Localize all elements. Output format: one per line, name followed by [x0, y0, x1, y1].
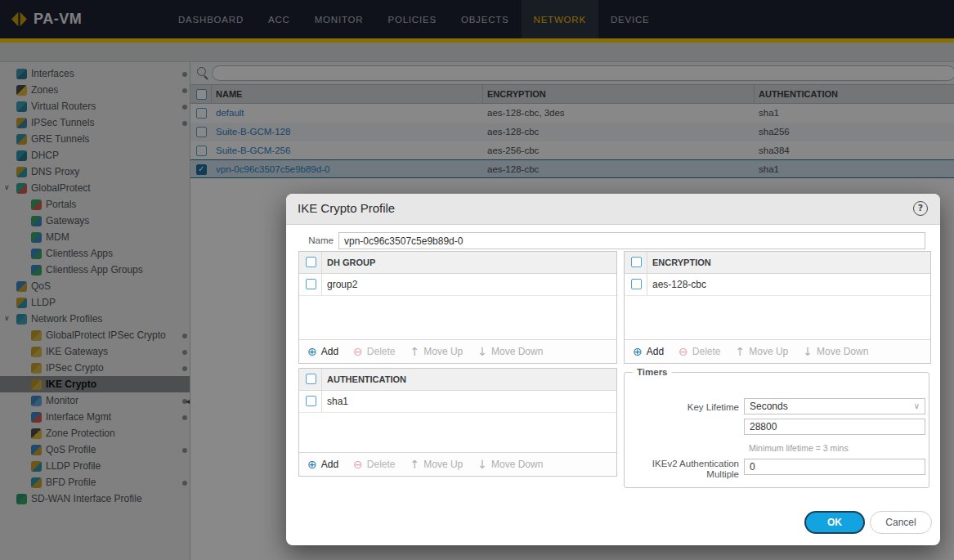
- encryption-header: ENCRYPTION: [625, 252, 930, 274]
- item-checkbox[interactable]: [306, 396, 316, 406]
- delete-icon: ⊖: [679, 346, 688, 357]
- name-label: Name: [286, 235, 334, 245]
- add-button[interactable]: ⊕Add: [307, 459, 338, 470]
- dh-group-panel: DH GROUPgroup2⊕Add⊖Delete↑Move Up↓Move D…: [298, 251, 617, 364]
- dh-group-actions: ⊕Add⊖Delete↑Move Up↓Move Down: [299, 339, 616, 363]
- move-up-button[interactable]: ↑Move Up: [410, 346, 464, 357]
- move-up-icon: ↑: [736, 346, 746, 357]
- key-lifetime-value-input[interactable]: [744, 419, 925, 435]
- dialog-header: IKE Crypto Profile ?: [286, 194, 940, 225]
- add-icon: ⊕: [307, 346, 317, 357]
- ok-button[interactable]: OK: [804, 511, 865, 534]
- timers-legend: Timers: [633, 367, 672, 377]
- panel-select-all-checkbox[interactable]: [631, 257, 642, 267]
- cancel-button[interactable]: Cancel: [870, 511, 932, 534]
- move-down-icon: ↓: [477, 459, 487, 470]
- move-down-button[interactable]: ↓Move Down: [803, 346, 868, 357]
- encryption-panel: ENCRYPTIONaes-128-cbc⊕Add⊖Delete↑Move Up…: [624, 251, 931, 364]
- panel-select-all-checkbox[interactable]: [306, 374, 316, 384]
- help-icon[interactable]: ?: [913, 201, 928, 216]
- move-down-button[interactable]: ↓Move Down: [477, 459, 543, 470]
- timers-group: Timers Key Lifetime Seconds ∨ Minimum li…: [624, 367, 929, 488]
- key-lifetime-unit-value: Seconds: [750, 401, 788, 412]
- item-checkbox[interactable]: [631, 279, 642, 289]
- authentication-panel: AUTHENTICATIONsha1⊕Add⊖Delete↑Move Up↓Mo…: [298, 368, 617, 477]
- move-up-button[interactable]: ↑Move Up: [410, 459, 464, 470]
- key-lifetime-label: Key Lifetime: [629, 402, 739, 413]
- authentication-list: sha1: [299, 391, 616, 452]
- delete-button[interactable]: ⊖Delete: [353, 459, 395, 470]
- move-down-icon: ↓: [477, 346, 487, 357]
- move-up-button[interactable]: ↑Move Up: [736, 346, 789, 357]
- delete-button[interactable]: ⊖Delete: [679, 346, 720, 357]
- move-down-button[interactable]: ↓Move Down: [477, 346, 543, 357]
- checkbox-column-divider: [647, 274, 647, 295]
- add-icon: ⊕: [307, 459, 317, 470]
- item-checkbox[interactable]: [306, 279, 316, 289]
- delete-icon: ⊖: [353, 459, 363, 470]
- checkbox-column-divider: [321, 369, 322, 390]
- add-button[interactable]: ⊕Add: [307, 346, 338, 357]
- list-item[interactable]: sha1: [299, 391, 616, 413]
- key-lifetime-unit-select[interactable]: Seconds ∨: [744, 398, 925, 414]
- checkbox-column-divider: [321, 252, 322, 273]
- delete-button[interactable]: ⊖Delete: [353, 346, 395, 357]
- name-input[interactable]: [338, 232, 925, 249]
- dialog-title: IKE Crypto Profile: [298, 201, 395, 215]
- dh-group-list: group2: [299, 274, 616, 339]
- encryption-list: aes-128-cbc: [625, 274, 930, 339]
- move-up-icon: ↑: [410, 346, 420, 357]
- dh-group-header: DH GROUP: [299, 252, 616, 274]
- checkbox-column-divider: [321, 274, 322, 295]
- list-item[interactable]: aes-128-cbc: [625, 274, 930, 296]
- delete-icon: ⊖: [353, 346, 363, 357]
- add-button[interactable]: ⊕Add: [633, 346, 664, 357]
- move-down-icon: ↓: [803, 346, 813, 357]
- pa-vm-app: PA-VM DASHBOARDACCMONITORPOLICIESOBJECTS…: [0, 0, 954, 560]
- chevron-down-icon: ∨: [914, 399, 920, 414]
- authentication-actions: ⊕Add⊖Delete↑Move Up↓Move Down: [299, 452, 616, 476]
- checkbox-column-divider: [647, 252, 647, 273]
- ike-crypto-profile-dialog: IKE Crypto Profile ? Name DH GROUPgroup2…: [286, 194, 940, 545]
- add-icon: ⊕: [633, 346, 643, 357]
- lifetime-hint: Minimum lifetime = 3 mins: [749, 443, 849, 453]
- move-up-icon: ↑: [410, 459, 420, 470]
- encryption-actions: ⊕Add⊖Delete↑Move Up↓Move Down: [625, 339, 930, 363]
- panel-select-all-checkbox[interactable]: [306, 257, 316, 267]
- ikev2-authentication-multiple-input[interactable]: [744, 459, 925, 475]
- checkbox-column-divider: [321, 391, 322, 412]
- list-item[interactable]: group2: [299, 274, 616, 296]
- ikev2-authentication-multiple-label: IKEv2 Authentication Multiple: [629, 459, 739, 480]
- authentication-header: AUTHENTICATION: [299, 369, 616, 391]
